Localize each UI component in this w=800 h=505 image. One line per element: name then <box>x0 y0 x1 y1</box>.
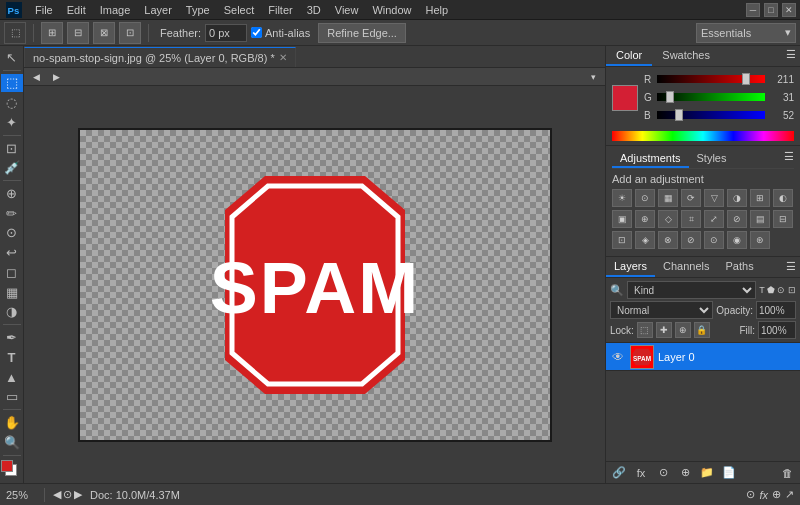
delete-layer-btn[interactable]: 🗑 <box>778 464 796 482</box>
layers-tab-paths[interactable]: Paths <box>718 257 762 277</box>
adj-color-lookup-btn[interactable]: ◇ <box>658 210 678 228</box>
shape-tool[interactable]: ▭ <box>1 387 23 406</box>
styles-tab[interactable]: Styles <box>689 150 735 168</box>
adj-extra-2[interactable]: ◈ <box>635 231 655 249</box>
lock-pixels-btn[interactable]: ⬚ <box>637 322 653 338</box>
eraser-tool[interactable]: ◻ <box>1 263 23 282</box>
adj-vibrance-btn[interactable]: ▽ <box>704 189 724 207</box>
zoom-tool[interactable]: 🔍 <box>1 433 23 452</box>
opacity-input[interactable] <box>756 301 796 319</box>
canvas-menu-btn[interactable]: ▾ <box>583 67 603 87</box>
adj-exposure-btn[interactable]: ⟳ <box>681 189 701 207</box>
adjustments-tab[interactable]: Adjustments <box>612 150 689 168</box>
path-selection-tool[interactable]: ▲ <box>1 368 23 387</box>
menu-filter[interactable]: Filter <box>261 2 299 18</box>
3d-view-btn[interactable]: ⊙ <box>746 488 755 501</box>
b-slider[interactable] <box>657 111 765 119</box>
adj-photo-filter-btn[interactable]: ▣ <box>612 210 632 228</box>
pen-tool[interactable]: ✒ <box>1 328 23 347</box>
layer-item[interactable]: 👁 SPAM Layer 0 <box>606 343 800 371</box>
link-layers-btn[interactable]: 🔗 <box>610 464 628 482</box>
menu-3d[interactable]: 3D <box>300 2 328 18</box>
adj-extra-1[interactable]: ⊡ <box>612 231 632 249</box>
g-slider[interactable] <box>657 93 765 101</box>
adj-selective-color-btn[interactable]: ⊟ <box>773 210 793 228</box>
adj-levels-btn[interactable]: ⊙ <box>635 189 655 207</box>
history-brush-tool[interactable]: ↩ <box>1 243 23 262</box>
close-button[interactable]: ✕ <box>782 3 796 17</box>
layers-tab-layers[interactable]: Layers <box>606 257 655 277</box>
essentials-dropdown[interactable]: Essentials ▾ <box>696 23 796 43</box>
adj-extra-7[interactable]: ⊛ <box>750 231 770 249</box>
adj-extra-5[interactable]: ⊙ <box>704 231 724 249</box>
magic-wand-tool[interactable]: ✦ <box>1 113 23 132</box>
foreground-background-colors[interactable] <box>1 460 23 479</box>
new-btn[interactable]: ⊞ <box>41 22 63 44</box>
document-tab[interactable]: no-spam-stop-sign.jpg @ 25% (Layer 0, RG… <box>24 47 296 67</box>
next-state-btn[interactable]: ▶ <box>74 488 82 501</box>
eyedropper-tool[interactable]: 💉 <box>1 158 23 177</box>
adj-channel-mixer-btn[interactable]: ⊕ <box>635 210 655 228</box>
adj-bw-btn[interactable]: ◐ <box>773 189 793 207</box>
lasso-tool[interactable]: ◌ <box>1 93 23 112</box>
hand-tool[interactable]: ✋ <box>1 413 23 432</box>
adj-cb-btn[interactable]: ⊞ <box>750 189 770 207</box>
intersect-btn[interactable]: ⊠ <box>93 22 115 44</box>
menu-file[interactable]: File <box>28 2 60 18</box>
create-layer-btn[interactable]: 📄 <box>720 464 738 482</box>
adj-brightness-btn[interactable]: ☀ <box>612 189 632 207</box>
type-tool[interactable]: T <box>1 348 23 367</box>
lock-artboard-btn[interactable]: ⊕ <box>675 322 691 338</box>
clone-tool[interactable]: ⊙ <box>1 224 23 243</box>
color-swatch[interactable] <box>612 85 638 111</box>
create-group-btn[interactable]: 📁 <box>698 464 716 482</box>
menu-layer[interactable]: Layer <box>137 2 179 18</box>
adj-panel-menu[interactable]: ☰ <box>784 150 794 168</box>
color-tab[interactable]: Color <box>606 46 652 66</box>
adj-hs-btn[interactable]: ◑ <box>727 189 747 207</box>
healing-tool[interactable]: ⊕ <box>1 184 23 203</box>
kind-select[interactable]: Kind <box>627 281 756 299</box>
menu-image[interactable]: Image <box>93 2 138 18</box>
adj-extra-3[interactable]: ⊗ <box>658 231 678 249</box>
create-adjustment-btn[interactable]: ⊕ <box>676 464 694 482</box>
share-btn[interactable]: ↗ <box>785 488 794 501</box>
feather-input[interactable] <box>205 24 247 42</box>
menu-window[interactable]: Window <box>365 2 418 18</box>
lock-position-btn[interactable]: ✚ <box>656 322 672 338</box>
gradient-tool[interactable]: ▦ <box>1 283 23 302</box>
adj-extra-4[interactable]: ⊘ <box>681 231 701 249</box>
marquee-tool-btn[interactable]: ⬚ <box>4 22 26 44</box>
prev-state-btn[interactable]: ◀ <box>53 488 61 501</box>
adj-gradient-map-btn[interactable]: ▤ <box>750 210 770 228</box>
layer-visibility-toggle[interactable]: 👁 <box>610 349 626 365</box>
minimize-button[interactable]: ─ <box>746 3 760 17</box>
anti-alias-checkbox[interactable] <box>251 27 262 38</box>
mask-btn[interactable]: ⊕ <box>772 488 781 501</box>
dodge-tool[interactable]: ◑ <box>1 303 23 322</box>
maximize-button[interactable]: □ <box>764 3 778 17</box>
fill-input[interactable] <box>758 321 796 339</box>
menu-select[interactable]: Select <box>217 2 262 18</box>
marquee-tool[interactable]: ⬚ <box>1 74 23 93</box>
brush-tool[interactable]: ✏ <box>1 204 23 223</box>
add-style-btn[interactable]: fx <box>632 464 650 482</box>
add-mask-btn[interactable]: ⊙ <box>654 464 672 482</box>
crop-tool[interactable]: ⊡ <box>1 139 23 158</box>
adj-extra-6[interactable]: ◉ <box>727 231 747 249</box>
canvas-viewport[interactable]: SPAM <box>24 86 605 483</box>
refine-edge-btn[interactable]: Refine Edge... <box>318 23 406 43</box>
move-tool[interactable]: ↖ <box>1 48 23 67</box>
menu-type[interactable]: Type <box>179 2 217 18</box>
fx-btn[interactable]: fx <box>759 489 768 501</box>
lock-all-btn[interactable]: 🔒 <box>694 322 710 338</box>
r-slider[interactable] <box>657 75 765 83</box>
scroll-left-btn[interactable]: ◀ <box>26 67 46 87</box>
spectrum-bar[interactable] <box>612 131 794 141</box>
adj-curves-btn[interactable]: ▦ <box>658 189 678 207</box>
menu-view[interactable]: View <box>328 2 366 18</box>
exclude-btn[interactable]: ⊡ <box>119 22 141 44</box>
menu-edit[interactable]: Edit <box>60 2 93 18</box>
layers-tab-channels[interactable]: Channels <box>655 257 717 277</box>
adj-threshold-btn[interactable]: ⊘ <box>727 210 747 228</box>
